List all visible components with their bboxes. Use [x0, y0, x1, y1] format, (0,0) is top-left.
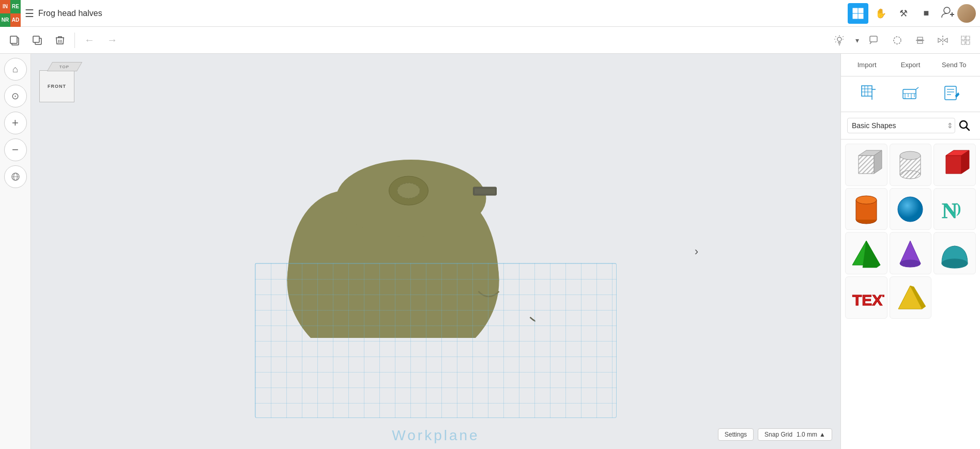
- box-shape-svg: [848, 148, 884, 181]
- svg-point-63: [900, 151, 921, 160]
- duplicate-btn[interactable]: [27, 30, 48, 51]
- zoom-in-btn[interactable]: +: [4, 112, 27, 134]
- group-icon: [959, 34, 972, 47]
- redo-btn[interactable]: →: [102, 30, 122, 51]
- snap-grid-value: 1.0 mm: [797, 431, 817, 438]
- light-icon: [833, 34, 846, 47]
- red-cube-shape-svg: [937, 148, 973, 181]
- panel-scroll-arrow[interactable]: ›: [695, 245, 698, 258]
- delete-btn[interactable]: [50, 30, 70, 51]
- right-panel: Import Export Send To: [840, 54, 980, 449]
- perspective-btn[interactable]: [4, 165, 27, 188]
- svg-rect-48: [945, 86, 956, 100]
- svg-line-53: [966, 127, 969, 130]
- yellow-pyramid-shape-item[interactable]: [890, 276, 932, 319]
- notes-panel-btn[interactable]: [938, 81, 965, 107]
- svg-point-30: [397, 183, 420, 198]
- grid-view-btn[interactable]: [848, 3, 868, 24]
- logo-nr: NR: [0, 13, 10, 27]
- grid-panel-btn[interactable]: [856, 81, 883, 107]
- cube-top-face: TOP: [47, 62, 82, 71]
- cylinder-shape-item[interactable]: [890, 144, 932, 186]
- shapes-selector: Basic Shapes Letters Numbers Connectors …: [841, 112, 980, 140]
- workplane-label: Workplane: [392, 427, 479, 444]
- svg-rect-1: [859, 8, 863, 13]
- left-nav: ⌂ ⊙ + −: [0, 54, 31, 449]
- home-btn[interactable]: ⌂: [4, 58, 27, 81]
- cylinder-shape-svg: [892, 148, 928, 181]
- teal-wedge-shape-item[interactable]: [933, 232, 976, 274]
- nav-icons: ✋ ⚒ ■: [848, 3, 937, 24]
- rotate-btn[interactable]: [887, 30, 908, 51]
- separator-1: [74, 33, 75, 48]
- svg-rect-3: [859, 14, 863, 19]
- theme-btn[interactable]: ■: [916, 3, 937, 24]
- svg-rect-0: [853, 8, 858, 13]
- fit-view-btn[interactable]: ⊙: [4, 85, 27, 107]
- svg-point-13: [894, 37, 901, 44]
- comment-btn[interactable]: [864, 30, 885, 51]
- toolbar: ← → ▾: [0, 27, 980, 54]
- duplicate-icon: [31, 34, 43, 47]
- mirror-icon: [937, 34, 949, 47]
- blue-sphere-shape-item[interactable]: [890, 188, 932, 230]
- settings-bar: Settings Snap Grid 1.0 mm ▲: [718, 428, 832, 441]
- import-btn[interactable]: Import: [845, 58, 889, 72]
- group-btn[interactable]: [955, 30, 976, 51]
- green-pyramid-shape-item[interactable]: [845, 232, 887, 274]
- export-btn[interactable]: Export: [889, 58, 932, 72]
- tools-btn[interactable]: ⚒: [893, 3, 914, 24]
- svg-marker-19: [944, 38, 947, 42]
- search-btn[interactable]: [955, 116, 974, 135]
- svg-rect-23: [966, 41, 970, 44]
- copy-icon: [8, 34, 21, 47]
- main-area: ⌂ ⊙ + − TOP FRONT: [0, 54, 980, 449]
- undo-btn[interactable]: ←: [79, 30, 100, 51]
- zoom-out-btn[interactable]: −: [4, 138, 27, 161]
- trash-icon: [54, 34, 66, 47]
- svg-rect-16: [917, 41, 923, 43]
- red-text-shape-item[interactable]: TEXT: [845, 276, 887, 319]
- mirror-btn[interactable]: [932, 30, 953, 51]
- snap-grid-label: Snap Grid: [764, 431, 792, 438]
- shapes-dropdown[interactable]: Basic Shapes Letters Numbers Connectors: [847, 118, 955, 133]
- purple-cone-shape-svg: [892, 237, 928, 270]
- ruler-panel-icon: [901, 84, 921, 104]
- logo-ad: AD: [10, 13, 21, 27]
- svg-text:TEXT: TEXT: [852, 291, 884, 308]
- purple-cone-shape-item[interactable]: [890, 232, 932, 274]
- user-avatar[interactable]: [957, 4, 976, 23]
- copy-btn[interactable]: [4, 30, 25, 51]
- viewport[interactable]: TOP FRONT: [31, 54, 840, 449]
- red-cube-shape-item[interactable]: [933, 144, 976, 186]
- svg-marker-55: [859, 156, 874, 174]
- svg-marker-64: [946, 156, 961, 174]
- snap-grid-info[interactable]: Snap Grid 1.0 mm ▲: [758, 428, 832, 441]
- settings-btn[interactable]: Settings: [718, 428, 754, 441]
- light-btn[interactable]: [829, 30, 850, 51]
- orientation-cube[interactable]: TOP FRONT: [39, 62, 81, 109]
- logo-in: IN: [0, 0, 10, 13]
- align-icon: [914, 34, 926, 47]
- svg-rect-2: [853, 14, 858, 19]
- document-title: Frog head halves: [38, 9, 848, 18]
- send-to-btn[interactable]: Send To: [932, 58, 976, 72]
- ruler-panel-btn[interactable]: [897, 81, 924, 107]
- text-shape-item[interactable]: N ): [933, 188, 976, 230]
- yellow-pyramid-shape-svg: [892, 281, 928, 314]
- svg-rect-20: [961, 36, 965, 40]
- align-btn[interactable]: [910, 30, 930, 51]
- svg-rect-12: [870, 36, 877, 42]
- box-shape-item[interactable]: [845, 144, 887, 186]
- svg-line-47: [916, 87, 918, 89]
- person-add-icon: [941, 5, 955, 20]
- svg-rect-8: [10, 36, 17, 43]
- hand-tool-btn[interactable]: ✋: [870, 3, 891, 24]
- notes-panel-icon: [942, 84, 961, 104]
- dropdown-arrow[interactable]: ▾: [852, 30, 862, 51]
- add-user-btn[interactable]: [941, 5, 955, 22]
- svg-point-72: [898, 197, 923, 222]
- orange-cylinder-shape-item[interactable]: [845, 188, 887, 230]
- orange-cylinder-shape-svg: [848, 192, 884, 226]
- panel-actions: Import Export Send To: [841, 54, 980, 76]
